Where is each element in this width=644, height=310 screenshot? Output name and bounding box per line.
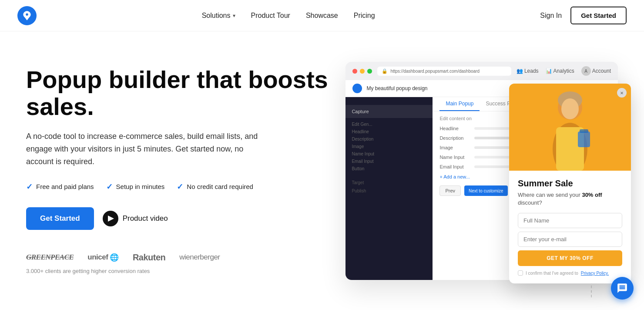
checkmark-icon-2: ✓ [106, 182, 113, 192]
sign-in-button[interactable]: Sign In [540, 12, 562, 20]
sidebar-main-section: Capture Edit Gen... Headline Description… [345, 103, 433, 197]
next-button[interactable]: Next to customize [464, 185, 507, 196]
popup-close-button[interactable]: × [617, 88, 627, 98]
chat-bubble-button[interactable] [611, 277, 634, 300]
popup-checkbox[interactable] [518, 270, 523, 276]
check-free-plans: ✓ Free and paid plans [26, 182, 94, 192]
dot-yellow [360, 69, 365, 74]
logo-svg [21, 10, 33, 21]
dot-green [367, 69, 372, 74]
popup-name-label: My beautiful popup design [366, 85, 427, 91]
leads-label: 👥 Leads [517, 68, 539, 74]
hero-left: Popup builder that boosts sales. A no-co… [26, 57, 334, 274]
analytics-icon: 📊 [546, 68, 552, 74]
svg-rect-7 [580, 129, 588, 133]
tab-main-popup[interactable]: Main Popup [439, 97, 480, 111]
unicef-globe-icon: 🌐 [110, 253, 119, 262]
check-no-credit-card: ✓ No credit card required [177, 182, 253, 192]
popup-cta-button[interactable]: GET MY 30% OFF [518, 250, 622, 266]
clients-text: 3.000+ clients are getting higher conver… [26, 268, 334, 274]
logo-icon [17, 6, 37, 25]
url-bar: 🔒 https://dashboard.popupsmart.com/dashb… [377, 67, 511, 76]
avatar: A [581, 66, 591, 76]
sidebar-bottom-section: Target Publish [345, 179, 433, 195]
sidebar-item-target[interactable]: Target [345, 179, 433, 187]
analytics-label: 📊 Analytics [546, 68, 574, 74]
nav-actions: Sign In Get Started [540, 7, 627, 24]
browser-dots [352, 69, 372, 74]
brand-wienerberger: wienerberger [179, 253, 220, 262]
prev-button[interactable]: Prev [439, 185, 461, 196]
sidebar-item-button[interactable]: Button [352, 165, 426, 172]
check-setup: ✓ Setup in minutes [106, 182, 165, 192]
sidebar-item-capture[interactable]: Capture [345, 105, 433, 118]
play-icon [103, 211, 118, 226]
browser-nav-icons: 👥 Leads 📊 Analytics A Account [517, 66, 611, 76]
svg-point-4 [561, 98, 579, 119]
brand-greenpeace: GREENPEACE [26, 253, 74, 262]
hero-get-started-button[interactable]: Get Started [26, 207, 94, 230]
navbar: Solutions ▾ Product Tour Showcase Pricin… [0, 0, 644, 31]
chat-icon [617, 283, 628, 294]
brand-unicef: unicef 🌐 [87, 253, 119, 262]
brands-section: GREENPEACE unicef 🌐 Rakuten wienerberger [26, 253, 334, 263]
nav-get-started-button[interactable]: Get Started [570, 7, 627, 24]
checkmark-icon-1: ✓ [26, 182, 33, 192]
popup-content: Summer Sale Where can we send your 30% o… [509, 171, 631, 283]
app-sidebar: Capture Edit Gen... Headline Description… [345, 97, 433, 280]
popup-overlay: × [509, 84, 631, 283]
hero-buttons: Get Started Product video [26, 207, 334, 230]
leads-icon: 👥 [517, 68, 523, 74]
checkmark-icon-3: ✓ [177, 182, 183, 192]
product-video-button[interactable]: Product video [103, 211, 168, 226]
sidebar-item-headline[interactable]: Headline [352, 128, 426, 135]
hero-title: Popup builder that boosts sales. [26, 66, 334, 120]
svg-rect-6 [578, 131, 590, 147]
chevron-down-icon: ▾ [233, 13, 235, 19]
sidebar-item-email-input[interactable]: Email Input [352, 158, 426, 165]
solutions-nav-link[interactable]: Solutions ▾ [202, 12, 235, 20]
sidebar-item-edit-gen[interactable]: Edit Gen... [352, 121, 426, 128]
browser-bar: 🔒 https://dashboard.popupsmart.com/dashb… [345, 62, 618, 80]
popup-title: Summer Sale [518, 179, 622, 189]
logo[interactable] [17, 6, 37, 25]
popup-person-svg [544, 84, 596, 171]
popup-subtitle: Where can we send your 30% off discount? [518, 191, 622, 207]
hero-right: 🔒 https://dashboard.popupsmart.com/dashb… [345, 57, 618, 280]
lock-icon: 🔒 [382, 68, 388, 74]
brand-rakuten: Rakuten [133, 253, 165, 263]
popup-privacy-link[interactable]: Privacy Policy. [581, 271, 609, 276]
product-tour-nav-link[interactable]: Product Tour [251, 12, 290, 20]
hero-subtitle: A no-code tool to increase e-commerce sa… [26, 130, 261, 168]
hero-section: Popup builder that boosts sales. A no-co… [0, 31, 644, 310]
sidebar-item-description[interactable]: Description [352, 135, 426, 143]
hero-checks: ✓ Free and paid plans ✓ Setup in minutes… [26, 182, 334, 192]
popup-email-input[interactable] [518, 232, 622, 247]
app-logo-circle [352, 84, 362, 93]
nav-links: Solutions ▾ Product Tour Showcase Pricin… [202, 12, 375, 20]
sidebar-item-name-input[interactable]: Name Input [352, 150, 426, 158]
popup-image-area [509, 84, 631, 171]
popup-fullname-input[interactable] [518, 213, 622, 228]
pricing-nav-link[interactable]: Pricing [354, 12, 375, 20]
sidebar-item-image[interactable]: Image [352, 143, 426, 150]
showcase-nav-link[interactable]: Showcase [306, 12, 338, 20]
sidebar-item-publish[interactable]: Publish [345, 187, 433, 195]
account-label: A Account [581, 66, 611, 76]
dot-red [352, 69, 357, 74]
popup-footer: I confirm that I've agreed to Privacy Po… [518, 270, 622, 276]
